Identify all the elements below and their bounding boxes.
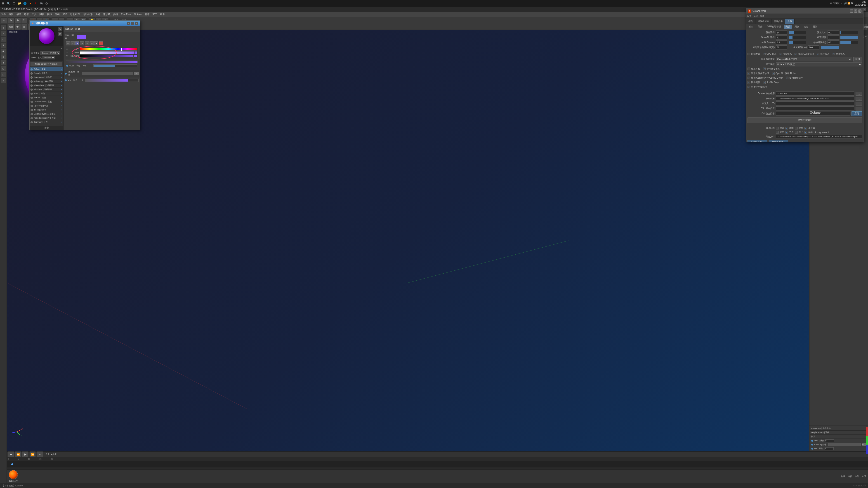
mat-ch-bump-dot [31,93,33,95]
toolbar-move[interactable]: ✥ [8,18,14,23]
v-slider[interactable] [80,55,137,57]
mat-ch-sheen[interactable]: Sheen layer | 光泽图层 ✓ [30,84,63,88]
menu-plugins[interactable]: 插件 [113,13,118,16]
mat-ch-roundedges[interactable]: Round edges | 圆角边缘 ✓ [30,116,63,120]
menu-octane[interactable]: Octane [134,13,142,15]
task-view-icon[interactable]: ⊡ [12,1,16,6]
vp-btn-2[interactable]: 👁 [14,24,21,30]
mat-ch-matlayer-dot [31,113,33,115]
explorer-icon[interactable]: 📁 [17,1,22,6]
mix-slider[interactable] [85,78,138,82]
menu-tools[interactable]: 工具 [32,13,37,16]
menu-script[interactable]: 脚本 [145,13,150,16]
menu-character[interactable]: 角色 [95,13,100,16]
mat-preview-btn2[interactable]: ⊡ [58,32,62,36]
mat-editor-close[interactable]: ✕ [135,22,138,25]
mat-ch-index[interactable]: Index | 折射率 ✓ [30,108,63,112]
float-label-mat: Float | 浮点 [69,64,83,67]
vp-btn-3[interactable]: ⊞ [21,24,28,30]
mat-ch-roughness-check: ✓ [61,76,62,78]
mat-ch-normal[interactable]: Normal | 法线 ✓ [30,96,63,100]
s-slider[interactable] [80,51,137,54]
menu-file[interactable]: 文件 [1,13,6,16]
mat-ch-index-dot [31,109,33,111]
menu-window[interactable]: 窗口 [152,13,157,16]
cp-btn2[interactable]: S [70,41,74,45]
mix-indicator [65,79,67,81]
taskbar: ⊞ 🔍 ⊡ 📁 🌐 ● Z 🎮 ◎ 中日 英文 ∧ 🔊 📶 英 0:45 202… [0,0,434,7]
mat-editor-maximize[interactable]: □ [131,22,134,25]
cp-btn7[interactable]: ◈ [94,41,98,45]
mat-editor-titlebar-btns: – □ ✕ [127,22,138,25]
app1-icon[interactable]: ● [28,1,33,6]
menu-edit[interactable]: 编辑 [8,13,13,16]
mat-ch-anisotropy[interactable]: Anisotropy | 各向异性 ✓ [30,79,63,84]
menu-mesh[interactable]: 网格 [39,13,44,16]
menu-help[interactable]: 帮助 [160,13,165,16]
cp-btn5[interactable]: ⊡ [85,41,89,45]
menu-animate[interactable]: 动画 [55,13,60,16]
mat-ch-bump[interactable]: Bump | 凹凸 ✓ [30,92,63,96]
toolbar-select[interactable]: ↖ [1,18,7,23]
mat-ch-displacement[interactable]: Displacement | 置换 ✓ [30,100,63,104]
mat-preview-btn1[interactable]: ↻ [58,27,62,31]
sidebar-btn-2[interactable]: ⌖ [1,31,6,36]
mat-brdf-select[interactable]: Octane [42,56,55,59]
mat-arrow: ▼ [60,47,62,50]
mat-ch-common[interactable]: Common | 公共 ✓ [30,120,63,124]
float-slider-mat[interactable] [93,64,137,67]
app4-icon[interactable]: ◎ [44,1,49,6]
menu-simulate[interactable]: 摸拟 [47,13,52,16]
mat-preview-controls: ↻ ⊡ [58,27,62,36]
mat-node-editor-btn[interactable]: Node Editor | 节点编辑器 [31,62,62,66]
sidebar-btn-4[interactable]: ⊗ [1,42,6,48]
mat-ch-film-name: Film layer | 薄膜图层 [34,88,60,91]
mat-editor-minimize[interactable]: – [127,22,130,25]
toolbar-scale[interactable]: ⊕ [14,18,21,23]
app2-icon[interactable]: Z [33,1,38,6]
menu-mograph[interactable]: 运动图形 [83,13,93,16]
h-slider[interactable] [80,48,137,51]
mat-ch-diffuse-check: ✓ [61,68,62,70]
menu-realflow[interactable]: RealFlow [121,13,131,15]
menu-motiontrack[interactable]: 运动跟踪 [70,13,80,16]
mat-ch-roundedges-dot [31,117,33,119]
sidebar-btn-8[interactable]: ⬡ [1,66,6,71]
search-icon[interactable]: 🔍 [6,1,11,6]
vp-btn-1[interactable]: 透视 [8,24,14,30]
sidebar-btn-1[interactable]: ◈ [1,25,6,30]
mat-ch-specular[interactable]: Specular | 高光 ✓ [30,71,63,75]
diffuse-section: Color | 颜色 H S ■ ● ⊡ ▤ ◈ [64,32,140,69]
texture-add-btn[interactable]: ⊕ [134,72,138,75]
sidebar-btn-10[interactable]: ⊙ [1,78,6,83]
mat-ch-film[interactable]: Film layer | 薄膜图层 ✓ [30,88,63,92]
menu-create[interactable]: 创建 [16,13,21,16]
cp-btn1[interactable]: H [66,41,70,45]
mat-ch-roughness[interactable]: Roughness | 粗糙度 ✓ [30,75,63,79]
s-handle [134,51,135,55]
alpha-slider[interactable] [66,61,138,63]
cp-btn6[interactable]: ▤ [90,41,94,45]
mat-ch-displacement-dot [31,101,33,103]
sidebar-btn-5[interactable]: ◉ [1,48,6,54]
sidebar-btn-9[interactable]: ◌ [1,72,6,77]
menu-render[interactable]: 渲染 [62,13,67,16]
toolbar-rotate[interactable]: ↻ [21,18,28,23]
cp-btn3[interactable]: ■ [75,41,79,45]
cp-btn4[interactable]: ● [80,41,84,45]
float-slider-fill [94,65,115,67]
app3-icon[interactable]: 🎮 [39,1,43,6]
sidebar-btn-3[interactable]: □ [1,37,6,42]
sidebar-btn-7[interactable]: ✦ [1,60,6,66]
sidebar-btn-6[interactable]: ⊞ [1,54,6,60]
mat-ch-opacity[interactable]: Opacity | 透明度 ✓ [30,104,63,108]
mat-type-select[interactable]: Glossy | 光泽度 [40,51,60,55]
menu-pipeline[interactable]: 流水线 [103,13,111,16]
mat-ch-matlayer[interactable]: Material layer | 材质图层 ✓ [30,112,63,116]
mix-row: Mix | 混合 1 [64,78,140,83]
browser-icon[interactable]: 🌐 [23,1,27,6]
windows-icon[interactable]: ⊞ [1,1,5,6]
menu-select[interactable]: 选取 [24,13,29,16]
color-swatch[interactable] [77,35,86,39]
mat-ch-diffuse[interactable]: Diffuse | 漫射 ✓ [30,67,63,71]
